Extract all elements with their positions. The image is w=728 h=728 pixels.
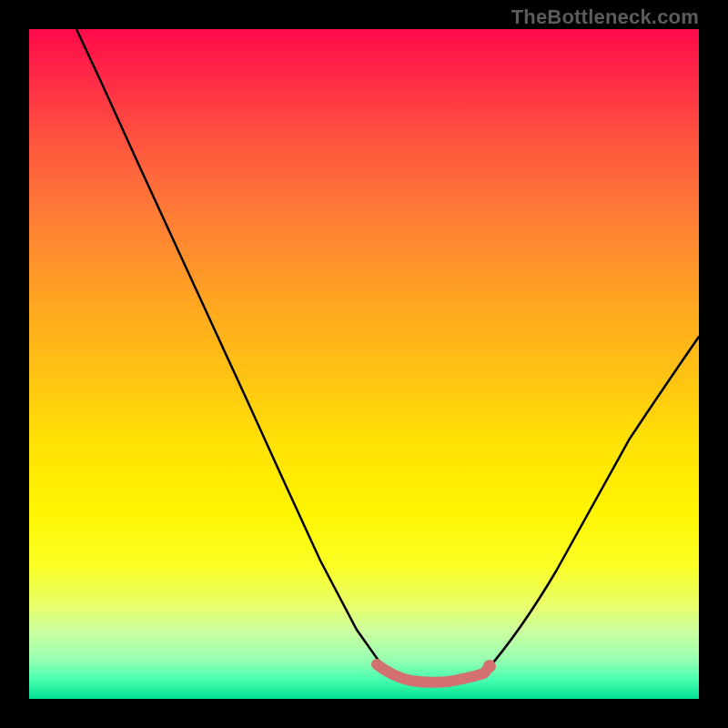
bottleneck-highlight (377, 664, 490, 682)
curve-right-branch (484, 337, 699, 673)
chart-frame: TheBottleneck.com (0, 0, 728, 728)
plot-area (29, 29, 699, 699)
curve-left-branch (76, 29, 389, 672)
watermark-text: TheBottleneck.com (511, 5, 699, 29)
bottleneck-end-dot (483, 660, 496, 672)
curve-layer (29, 29, 699, 699)
